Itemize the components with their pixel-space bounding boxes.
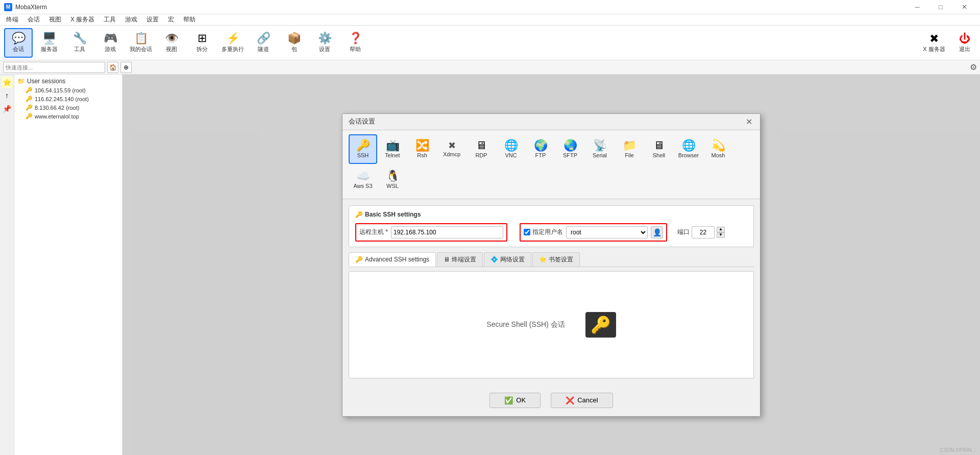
toolbar-sessions[interactable]: 💬 会话: [4, 28, 33, 58]
session-type-vnc[interactable]: 🌐 VNC: [497, 134, 525, 164]
xserver-label: X 服务器: [923, 45, 945, 53]
port-up-button[interactable]: ▲: [717, 227, 725, 232]
games-icon: 🎮: [104, 33, 117, 44]
packages-icon: 📦: [287, 33, 301, 44]
session-type-rdp[interactable]: 🖥 RDP: [467, 134, 496, 164]
maximize-button[interactable]: □: [929, 0, 952, 14]
tree-item-1[interactable]: 🔑 116.62.245.140 (root): [16, 94, 120, 103]
tree-item-label-0: 106.54.115.59 (root): [35, 87, 86, 93]
toolbar-split[interactable]: ⊞ 拆分: [188, 28, 216, 58]
menu-bar: 终端 会话 视图 X 服务器 工具 游戏 设置 宏 帮助: [0, 14, 980, 26]
dialog-close-button[interactable]: ✕: [744, 116, 754, 127]
menu-terminal[interactable]: 终端: [2, 14, 22, 25]
folder-icon: 📁: [17, 78, 25, 85]
specify-user-checkbox-label: 指定用户名: [524, 228, 563, 236]
toolbar-view[interactable]: 👁️ 视图: [157, 28, 186, 58]
terminal-tab-label: 终端设置: [452, 255, 476, 264]
minimize-button[interactable]: ─: [905, 0, 929, 14]
tree-group-label: User sessions: [27, 78, 65, 85]
username-select[interactable]: root: [566, 226, 648, 238]
home-button[interactable]: 🏠: [107, 62, 118, 73]
menu-settings[interactable]: 设置: [142, 14, 163, 25]
sidebar-icon-arrow[interactable]: ↑: [2, 90, 13, 101]
toolbar-multiexec[interactable]: ⚡ 多重执行: [218, 28, 247, 58]
menu-tools[interactable]: 工具: [100, 14, 120, 25]
ftp-type-icon: 🌍: [534, 140, 548, 151]
session-type-rsh[interactable]: 🔀 Rsh: [408, 134, 436, 164]
session-type-ftp[interactable]: 🌍 FTP: [526, 134, 555, 164]
remote-host-box: 远程主机 *: [355, 223, 507, 242]
tree-item-3[interactable]: 🔑 www.eternalol.top: [16, 112, 120, 121]
quick-connect-input[interactable]: [3, 62, 105, 73]
session-type-telnet[interactable]: 📺 Telnet: [378, 134, 407, 164]
advanced-tabs: 🔑 Advanced SSH settings 🖥 终端设置 💠 网络设置: [349, 252, 754, 267]
port-down-button[interactable]: ▼: [717, 232, 725, 238]
sidebar-icon-pin[interactable]: 📌: [2, 103, 13, 114]
session-type-ssh[interactable]: 🔑 SSH: [349, 134, 377, 164]
toolbar-help[interactable]: ❓ 帮助: [341, 28, 370, 58]
tree-item-2[interactable]: 🔑 8.130.66.42 (root): [16, 103, 120, 112]
ftp-type-label: FTP: [535, 152, 546, 158]
specify-user-checkbox[interactable]: [524, 229, 530, 235]
menu-help[interactable]: 帮助: [179, 14, 200, 25]
close-button[interactable]: ✕: [952, 0, 976, 14]
toolbar-games[interactable]: 🎮 游戏: [96, 28, 125, 58]
sftp-type-icon: 🌏: [564, 140, 577, 151]
gear-icon[interactable]: ⚙: [970, 62, 977, 72]
sessions-label: 会话: [13, 45, 24, 53]
preview-text: Secure Shell (SSH) 会话: [486, 320, 565, 329]
sftp-type-label: SFTP: [563, 152, 577, 158]
toolbar-settings[interactable]: ⚙️ 设置: [310, 28, 339, 58]
session-type-file[interactable]: 📁 File: [615, 134, 644, 164]
tree-item-0[interactable]: 🔑 106.54.115.59 (root): [16, 86, 120, 94]
session-type-browser[interactable]: 🌐 Browser: [674, 134, 703, 164]
basic-ssh-title: 🔑 Basic SSH settings: [355, 211, 747, 218]
menu-xserver[interactable]: X 服务器: [66, 14, 99, 25]
port-input[interactable]: [692, 226, 715, 238]
tab-terminal[interactable]: 🖥 终端设置: [437, 252, 483, 267]
browser-type-label: Browser: [678, 152, 699, 158]
exit-icon: ⏻: [959, 32, 970, 45]
menu-games[interactable]: 游戏: [121, 14, 141, 25]
menu-view[interactable]: 视图: [45, 14, 65, 25]
ok-button[interactable]: ✅ OK: [489, 393, 541, 408]
exit-button[interactable]: ⏻ 退出: [953, 32, 976, 53]
tab-network[interactable]: 💠 网络设置: [484, 252, 531, 267]
toolbar-tools[interactable]: 🔧 工具: [65, 28, 94, 58]
session-type-wsl[interactable]: 🐧 WSL: [378, 165, 407, 195]
remote-host-input[interactable]: [391, 226, 503, 238]
wsl-type-label: WSL: [386, 183, 399, 189]
menu-macro[interactable]: 宏: [164, 14, 178, 25]
toolbar-server[interactable]: 🖥️ 服务器: [35, 28, 63, 58]
sidebar-icon-star[interactable]: ⭐: [2, 77, 13, 88]
session-type-mosh[interactable]: 💫 Mosh: [704, 134, 732, 164]
file-type-icon: 📁: [623, 140, 636, 151]
tools-icon: 🔧: [73, 33, 87, 44]
session-type-xdmcp[interactable]: ✖ Xdmcp: [437, 134, 466, 164]
session-types-bar: 🔑 SSH 📺 Telnet 🔀 Rsh ✖ Xdmcp: [342, 130, 760, 199]
ssh-icon-2: 🔑: [26, 104, 33, 111]
toolbar-packages[interactable]: 📦 包: [280, 28, 308, 58]
tree-item-label-1: 116.62.245.140 (root): [35, 96, 89, 102]
session-type-awss3[interactable]: ☁️ Aws S3: [349, 165, 377, 195]
split-icon: ⊞: [198, 33, 207, 44]
tab-advanced-ssh[interactable]: 🔑 Advanced SSH settings: [349, 252, 436, 267]
tree-group-header[interactable]: 📁 User sessions: [16, 77, 120, 86]
session-type-serial[interactable]: 📡 Serial: [585, 134, 614, 164]
awss3-type-icon: ☁️: [356, 171, 370, 182]
new-tab-button[interactable]: ⊕: [120, 62, 132, 73]
toolbar: 💬 会话 🖥️ 服务器 🔧 工具 🎮 游戏 📋 我的会话 👁️ 视图 ⊞ 拆分 …: [0, 26, 980, 60]
cancel-button[interactable]: ❌ Cancel: [551, 393, 612, 408]
user-icon-button[interactable]: 👤: [651, 226, 663, 238]
tab-bookmark[interactable]: ⭐ 书签设置: [532, 252, 580, 267]
toolbar-mysessions[interactable]: 📋 我的会话: [127, 28, 155, 58]
toolbar-tunnel[interactable]: 🔗 隧道: [249, 28, 278, 58]
xserver-button[interactable]: ✖ X 服务器: [919, 32, 949, 53]
rdp-type-icon: 🖥: [476, 140, 487, 151]
telnet-type-label: Telnet: [385, 152, 400, 158]
menu-session[interactable]: 会话: [23, 14, 44, 25]
port-label: 端口: [677, 228, 690, 236]
settings-icon: ⚙️: [318, 33, 332, 44]
session-type-sftp[interactable]: 🌏 SFTP: [556, 134, 584, 164]
session-type-shell[interactable]: 🖥 Shell: [645, 134, 673, 164]
